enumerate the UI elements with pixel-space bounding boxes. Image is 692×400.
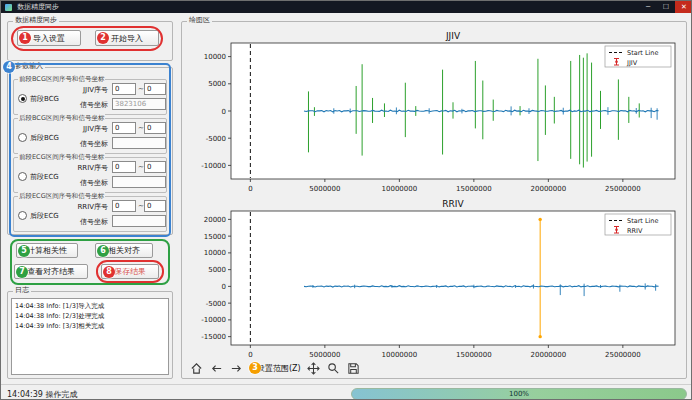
front-ecg-radio[interactable] — [18, 172, 27, 181]
log-line: 14:04:38 Info: [2/3]处理完成 — [15, 311, 165, 321]
status-bar: 14:04:39 操作完成 100% — [1, 384, 692, 400]
svg-text:-5000: -5000 — [206, 300, 226, 308]
rear-ecg-radio[interactable] — [18, 211, 27, 220]
param-section-front-bcg: 前段BCG区间序号和信号坐标 前段BCG JJIV序号 ~ 信号坐标 — [13, 79, 167, 115]
svg-text:20000000: 20000000 — [531, 185, 567, 193]
log-line: 14:04:38 Info: [1/3]导入完成 — [15, 301, 165, 311]
app-icon — [5, 4, 12, 11]
rear-bcg-radio[interactable] — [18, 133, 27, 142]
svg-text:25000000: 25000000 — [605, 185, 641, 193]
front-ecg-seq-from-input[interactable] — [112, 161, 136, 173]
rear-ecg-seq-to-input[interactable] — [144, 200, 166, 212]
tilde-separator: ~ — [138, 202, 144, 210]
svg-text:0: 0 — [222, 283, 226, 291]
window-controls: ─ ☐ ✕ — [639, 1, 692, 13]
front-bcg-coord-input[interactable] — [112, 98, 166, 110]
param-section-rear-ecg: 后段ECG区间序号和信号坐标 后段ECG RRIV序号 ~ 信号坐标 — [13, 196, 167, 232]
annotation-badge-7: 7 — [16, 266, 28, 278]
svg-text:-15000: -15000 — [201, 333, 226, 341]
maximize-button[interactable]: ☐ — [657, 1, 675, 13]
svg-text:JJIV: JJIV — [445, 31, 461, 41]
jjiv-chart[interactable]: JJIV1000050000-5000-10000050000001000000… — [187, 29, 681, 193]
svg-text:5000000: 5000000 — [309, 351, 340, 359]
svg-text:0: 0 — [222, 108, 226, 116]
correlation-align-label: 相关对齐 — [108, 245, 140, 256]
svg-text:25000000: 25000000 — [605, 351, 641, 359]
zoom-icon[interactable] — [326, 361, 341, 376]
svg-text:RRIV: RRIV — [442, 199, 464, 209]
save-icon[interactable] — [346, 361, 361, 376]
param-section-front-ecg: 前段ECG区间序号和信号坐标 前段ECG RRIV序号 ~ 信号坐标 — [13, 157, 167, 193]
annotation-badge-4: 4 — [3, 61, 15, 73]
rear-ecg-seq-from-input[interactable] — [112, 200, 136, 212]
set-range-label[interactable]: 设置范围(Z) — [257, 363, 301, 374]
view-align-result-label: 查看对齐结果 — [27, 266, 75, 277]
param-section-title: 前段ECG区间序号和信号坐标 — [18, 153, 105, 161]
rriv-seq-label: RRIV序号 — [62, 202, 108, 212]
front-ecg-seq-to-input[interactable] — [144, 161, 166, 173]
progress-text: 100% — [509, 390, 529, 398]
param-section-title: 前段BCG区间序号和信号坐标 — [18, 75, 105, 83]
svg-text:10000000: 10000000 — [382, 185, 418, 193]
rear-ecg-coord-input[interactable] — [112, 215, 166, 227]
progress-bar: 100% — [351, 388, 687, 400]
svg-text:10000000: 10000000 — [382, 351, 418, 359]
annotation-badge-5: 5 — [18, 245, 30, 257]
rear-bcg-seq-to-input[interactable] — [144, 122, 166, 134]
plot-toolbar: 3 设置范围(Z) — [189, 359, 361, 377]
signal-coord-label: 信号坐标 — [62, 217, 108, 227]
svg-text:20000000: 20000000 — [531, 351, 567, 359]
import-group-title: 数据精度同步 — [13, 16, 59, 25]
front-bcg-radio-label: 前段BCG — [30, 94, 59, 104]
front-bcg-seq-to-input[interactable] — [144, 83, 166, 95]
rear-bcg-seq-from-input[interactable] — [112, 122, 136, 134]
status-text: 14:04:39 操作完成 — [7, 389, 77, 400]
log-line: 14:04:39 Info: [3/3]相关完成 — [15, 321, 165, 331]
rriv-chart[interactable]: RRIV20000150001000050000-5000-10000-1500… — [187, 197, 681, 359]
minimize-button[interactable]: ─ — [639, 1, 657, 13]
svg-text:10000: 10000 — [204, 249, 226, 257]
app-window: 数据精度同步 ─ ☐ ✕ 数据精度同步 导入设置 开始导入 1 2 参数输入 4… — [0, 0, 692, 400]
signal-coord-label: 信号坐标 — [62, 178, 108, 188]
jjiv-seq-label: JJIV序号 — [62, 124, 108, 134]
annotation-badge-2: 2 — [97, 32, 109, 44]
plot-group-title: 绘图区 — [187, 16, 212, 25]
svg-text:5000: 5000 — [208, 266, 226, 274]
svg-text:0: 0 — [248, 185, 252, 193]
front-ecg-coord-input[interactable] — [112, 176, 166, 188]
import-settings-label: 导入设置 — [33, 33, 65, 44]
rriv-seq-label: RRIV序号 — [62, 163, 108, 173]
close-button[interactable]: ✕ — [675, 1, 692, 13]
front-bcg-radio[interactable] — [18, 94, 27, 103]
start-import-label: 开始导入 — [111, 33, 143, 44]
forward-arrow-icon[interactable] — [229, 361, 244, 376]
annotation-badge-6: 6 — [97, 245, 109, 257]
back-arrow-icon[interactable] — [209, 361, 224, 376]
rear-bcg-radio-label: 后段BCG — [30, 133, 59, 143]
tilde-separator: ~ — [138, 85, 144, 93]
svg-text:20000: 20000 — [204, 216, 226, 224]
svg-text:-10000: -10000 — [201, 316, 226, 324]
annotation-badge-8: 8 — [103, 266, 115, 278]
param-section-title: 后段BCG区间序号和信号坐标 — [18, 114, 105, 122]
log-list[interactable]: 14:04:38 Info: [1/3]导入完成 14:04:38 Info: … — [11, 298, 169, 375]
params-group-title: 参数输入 — [13, 62, 45, 71]
titlebar: 数据精度同步 ─ ☐ ✕ — [1, 1, 692, 13]
window-title: 数据精度同步 — [17, 2, 59, 12]
svg-text:15000: 15000 — [204, 233, 226, 241]
pan-icon[interactable] — [306, 361, 321, 376]
home-icon[interactable] — [189, 361, 204, 376]
param-section-title: 后段ECG区间序号和信号坐标 — [18, 192, 105, 200]
svg-text:RRIV: RRIV — [627, 227, 643, 235]
rear-ecg-radio-label: 后段ECG — [30, 211, 59, 221]
svg-text:15000000: 15000000 — [456, 351, 492, 359]
annotation-badge-3: 3 — [249, 362, 261, 374]
log-group-title: 日志 — [13, 286, 31, 295]
tilde-separator: ~ — [138, 124, 144, 132]
jjiv-seq-label: JJIV序号 — [62, 85, 108, 95]
front-bcg-seq-from-input[interactable] — [112, 83, 136, 95]
rear-bcg-coord-input[interactable] — [112, 137, 166, 149]
svg-text:JJIV: JJIV — [626, 59, 638, 67]
svg-text:-10000: -10000 — [201, 162, 226, 170]
save-result-label: 保存结果 — [114, 266, 146, 277]
